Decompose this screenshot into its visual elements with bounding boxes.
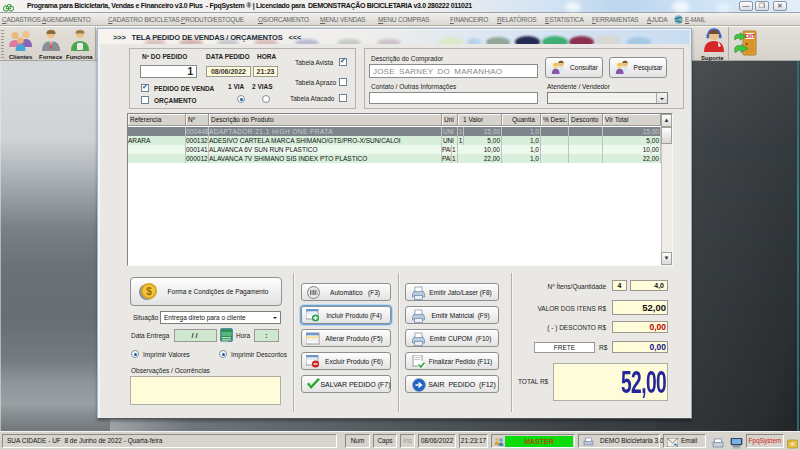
- svg-text:$: $: [146, 286, 152, 297]
